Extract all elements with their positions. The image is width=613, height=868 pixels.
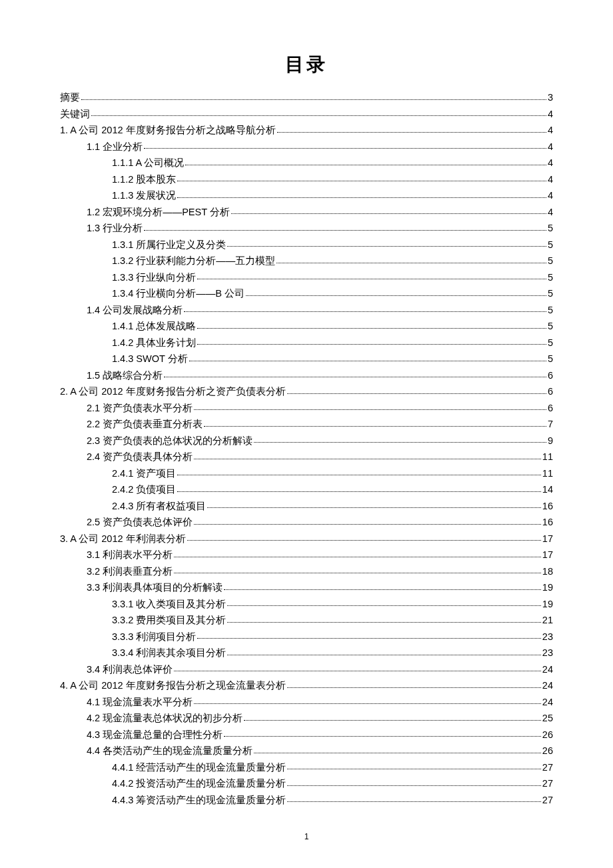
toc-entry[interactable]: 1.3.1 所属行业定义及分类5 <box>60 237 553 253</box>
toc-entry[interactable]: 1.3.2 行业获利能力分析——五力模型5 <box>60 253 553 269</box>
toc-entry-label: 1.3.4 行业横向分析——B 公司 <box>112 289 245 299</box>
toc-entry[interactable]: 1.1.1 A 公司概况4 <box>60 155 553 171</box>
toc-entry-page: 6 <box>548 403 553 413</box>
toc-entry-page: 3 <box>548 93 553 103</box>
toc-entry[interactable]: 1.4.1 总体发展战略5 <box>60 318 553 335</box>
toc-entry-page: 26 <box>542 730 553 740</box>
toc-entry[interactable]: 1.1.2 股本股东4 <box>60 171 553 188</box>
toc-entry-label: 2.1 资产负债表水平分析 <box>87 403 193 413</box>
toc-entry-page: 24 <box>542 665 553 675</box>
toc-entry[interactable]: 1.2 宏观环境分析——PEST 分析4 <box>60 204 553 221</box>
toc-entry[interactable]: 3.3.3 利润项目分析23 <box>60 629 553 645</box>
toc-entry[interactable]: 1.5 战略综合分析6 <box>60 367 553 384</box>
toc-leader-dots <box>184 311 546 312</box>
toc-leader-dots <box>164 376 546 377</box>
toc-entry-page: 16 <box>542 501 553 511</box>
toc-leader-dots <box>194 458 541 459</box>
toc-entry-page: 23 <box>542 632 553 642</box>
toc-entry-page: 27 <box>542 763 553 773</box>
toc-entry-page: 4 <box>548 142 553 152</box>
toc-entry-page: 27 <box>542 795 553 805</box>
toc-entry[interactable]: 4.1 现金流量表水平分析24 <box>60 694 553 711</box>
toc-leader-dots <box>177 180 546 181</box>
toc-leader-dots <box>277 262 546 263</box>
toc-entry-label: 2.2 资产负债表垂直分析表 <box>87 419 203 429</box>
toc-entry[interactable]: 3. A 公司 2012 年利润表分析17 <box>60 531 553 547</box>
toc-entry[interactable]: 1.3 行业分析5 <box>60 220 553 237</box>
toc-entry[interactable]: 1.4 公司发展战略分析5 <box>60 302 553 319</box>
toc-entry-page: 6 <box>548 371 553 381</box>
toc-entry[interactable]: 2.2 资产负债表垂直分析表7 <box>60 416 553 433</box>
toc-entry[interactable]: 4.4 各类活动产生的现金流量质量分析26 <box>60 743 553 759</box>
toc-entry[interactable]: 2.1 资产负债表水平分析6 <box>60 400 553 417</box>
toc-entry[interactable]: 2.4.1 资产项目11 <box>60 465 553 482</box>
toc-entry[interactable]: 1.1.3 发展状况4 <box>60 187 553 204</box>
toc-leader-dots <box>144 147 546 149</box>
toc-leader-dots <box>177 474 541 475</box>
toc-entry[interactable]: 2. A 公司 2012 年度财务报告分析之资产负债表分析6 <box>60 383 553 400</box>
toc-entry[interactable]: 1.1 企业分析4 <box>60 139 553 155</box>
toc-title: 目录 <box>60 52 553 77</box>
toc-entry[interactable]: 摘要3 <box>60 89 553 106</box>
toc-entry[interactable]: 1.4.3 SWOT 分析5 <box>60 351 553 367</box>
toc-entry[interactable]: 4.3 现金流量总量的合理性分析26 <box>60 727 553 743</box>
toc-leader-dots <box>287 785 541 786</box>
toc-entry-label: 3.2 利润表垂直分析 <box>87 567 173 577</box>
toc-entry[interactable]: 1.4.2 具体业务计划5 <box>60 335 553 351</box>
toc-entry-page: 4 <box>548 158 553 168</box>
document-page: 目录 摘要3关键词41. A 公司 2012 年度财务报告分析之战略导航分析41… <box>0 0 613 868</box>
toc-leader-dots <box>224 735 541 737</box>
toc-entry-page: 27 <box>542 779 553 789</box>
toc-leader-dots <box>177 197 546 198</box>
toc-entry[interactable]: 3.3 利润表具体项目的分析解读19 <box>60 579 553 596</box>
toc-entry[interactable]: 2.4 资产负债表具体分析11 <box>60 449 553 465</box>
toc-entry-page: 25 <box>542 713 553 723</box>
toc-entry[interactable]: 1.3.4 行业横向分析——B 公司5 <box>60 285 553 302</box>
toc-entry-label: 1.1 企业分析 <box>87 142 143 152</box>
toc-leader-dots <box>194 409 546 410</box>
toc-entry-page: 5 <box>548 289 553 299</box>
toc-entry[interactable]: 3.2 利润表垂直分析18 <box>60 563 553 580</box>
toc-entry-page: 11 <box>542 469 553 479</box>
toc-entry-page: 23 <box>542 648 553 658</box>
toc-entry[interactable]: 4. A 公司 2012 年度财务报告分析之现金流量表分析24 <box>60 677 553 694</box>
toc-entry[interactable]: 2.5 资产负债表总体评价16 <box>60 514 553 531</box>
toc-leader-dots <box>197 637 541 639</box>
toc-entry-page: 4 <box>548 109 553 119</box>
toc-leader-dots <box>254 752 541 753</box>
toc-entry[interactable]: 4.2 现金流量表总体状况的初步分析25 <box>60 710 553 727</box>
toc-entry-label: 1. A 公司 2012 年度财务报告分析之战略导航分析 <box>60 125 276 135</box>
toc-entry-label: 摘要 <box>60 93 80 103</box>
toc-entry[interactable]: 4.4.2 投资活动产生的现金流量质量分析27 <box>60 775 553 792</box>
toc-entry[interactable]: 4.4.3 筹资活动产生的现金流量质量分析27 <box>60 792 553 809</box>
toc-leader-dots <box>177 491 541 492</box>
toc-leader-dots <box>81 99 546 100</box>
toc-leader-dots <box>189 360 546 361</box>
toc-list: 摘要3关键词41. A 公司 2012 年度财务报告分析之战略导航分析41.1 … <box>60 89 553 808</box>
toc-entry[interactable]: 3.1 利润表水平分析17 <box>60 547 553 563</box>
toc-entry-label: 1.4.3 SWOT 分析 <box>112 354 188 364</box>
toc-entry-label: 3.3.3 利润项目分析 <box>112 632 196 642</box>
toc-leader-dots <box>227 621 541 623</box>
toc-entry[interactable]: 4.4.1 经营活动产生的现金流量质量分析27 <box>60 759 553 776</box>
toc-entry-label: 2. A 公司 2012 年度财务报告分析之资产负债表分析 <box>60 387 286 397</box>
toc-entry[interactable]: 3.3.2 费用类项目及其分析21 <box>60 612 553 629</box>
toc-entry-label: 4.1 现金流量表水平分析 <box>87 697 193 707</box>
toc-entry[interactable]: 2.3 资产负债表的总体状况的分析解读9 <box>60 433 553 449</box>
toc-entry-label: 关键词 <box>60 109 90 119</box>
toc-leader-dots <box>197 327 546 329</box>
toc-entry-label: 4. A 公司 2012 年度财务报告分析之现金流量表分析 <box>60 681 286 691</box>
toc-entry-page: 24 <box>542 697 553 707</box>
toc-entry[interactable]: 3.3.4 利润表其余项目分析23 <box>60 645 553 661</box>
toc-entry-page: 19 <box>542 599 553 609</box>
toc-entry[interactable]: 1. A 公司 2012 年度财务报告分析之战略导航分析4 <box>60 122 553 139</box>
toc-entry[interactable]: 2.4.3 所有者权益项目16 <box>60 498 553 515</box>
toc-entry[interactable]: 3.4 利润表总体评价24 <box>60 661 553 678</box>
toc-entry[interactable]: 3.3.1 收入类项目及其分析19 <box>60 596 553 613</box>
toc-entry[interactable]: 1.3.3 行业纵向分析5 <box>60 269 553 286</box>
toc-leader-dots <box>287 801 541 802</box>
toc-leader-dots <box>287 768 541 769</box>
toc-entry[interactable]: 2.4.2 负债项目14 <box>60 481 553 498</box>
toc-entry-label: 2.4.2 负债项目 <box>112 485 176 495</box>
toc-entry[interactable]: 关键词4 <box>60 106 553 123</box>
